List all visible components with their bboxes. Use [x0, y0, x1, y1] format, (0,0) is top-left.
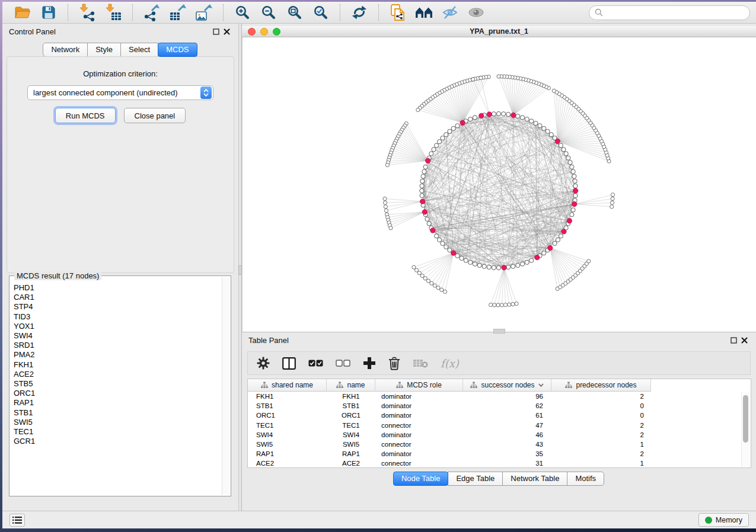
graph-node[interactable]	[573, 184, 578, 188]
graph-leaf-node[interactable]	[611, 193, 614, 197]
graph-node[interactable]	[492, 265, 496, 270]
table-row[interactable]: FKH1FKH1dominator962	[248, 392, 751, 401]
search-input[interactable]	[607, 8, 744, 17]
network-window-titlebar[interactable]: YPA_prune.txt_1	[242, 26, 756, 37]
graph-leaf-node[interactable]	[515, 302, 518, 306]
mcds-result-item[interactable]: PHD1	[14, 283, 221, 293]
graph-leaf-node[interactable]	[426, 279, 430, 283]
graph-node[interactable]	[455, 124, 460, 128]
float-panel-icon[interactable]	[210, 27, 221, 36]
graph-hub-node[interactable]	[555, 139, 560, 143]
graph-node[interactable]	[437, 238, 441, 242]
graph-hub-node[interactable]	[451, 251, 456, 255]
graph-node[interactable]	[420, 188, 424, 193]
graph-leaf-node[interactable]	[384, 209, 388, 212]
mcds-result-item[interactable]: SWI5	[14, 418, 221, 427]
graph-leaf-node[interactable]	[511, 302, 515, 306]
graph-hub-node[interactable]	[511, 113, 516, 117]
show-columns-icon[interactable]	[282, 357, 296, 370]
close-panel-button[interactable]: Close panel	[124, 108, 186, 123]
tab-mcds[interactable]: MCDS	[158, 43, 197, 57]
graph-node[interactable]	[525, 117, 529, 121]
table-scrollbar[interactable]	[741, 392, 750, 467]
mcds-result-item[interactable]: ACE2	[14, 370, 221, 379]
tab-motifs[interactable]: Motifs	[567, 472, 604, 486]
graph-node[interactable]	[516, 114, 520, 118]
mcds-result-item[interactable]: ORC1	[14, 389, 221, 398]
export-table-icon[interactable]	[168, 3, 188, 22]
graph-leaf-node[interactable]	[384, 205, 387, 209]
graph-leaf-node[interactable]	[610, 205, 614, 209]
table-row[interactable]: ORC1ORC1dominator610	[248, 411, 751, 420]
graph-node[interactable]	[534, 121, 538, 125]
graph-leaf-node[interactable]	[414, 268, 418, 272]
graph-node[interactable]	[573, 179, 577, 183]
mcds-result-item[interactable]: STB5	[14, 379, 221, 389]
graph-leaf-node[interactable]	[412, 265, 416, 269]
graph-node[interactable]	[529, 119, 534, 123]
graph-leaf-node[interactable]	[423, 277, 427, 280]
import-network-icon[interactable]	[77, 3, 97, 22]
graph-leaf-node[interactable]	[440, 288, 444, 291]
graph-node[interactable]	[542, 251, 546, 255]
run-mcds-button[interactable]: Run MCDS	[55, 108, 116, 123]
graph-node[interactable]	[427, 222, 431, 226]
graph-node[interactable]	[460, 256, 464, 260]
graph-hub-node[interactable]	[420, 199, 425, 204]
close-panel-icon[interactable]	[221, 27, 232, 36]
minimize-traffic-light[interactable]	[260, 28, 268, 36]
maximize-traffic-light[interactable]	[273, 28, 280, 36]
mcds-result-scrollbar[interactable]	[222, 277, 229, 495]
first-neighbors-icon[interactable]	[414, 3, 434, 22]
graph-node[interactable]	[570, 165, 574, 169]
graph-leaf-node[interactable]	[385, 163, 389, 166]
settings-icon[interactable]	[257, 357, 270, 370]
graph-node[interactable]	[441, 241, 445, 245]
float-panel-icon[interactable]	[728, 335, 739, 345]
graph-node[interactable]	[422, 169, 426, 174]
graph-node[interactable]	[441, 136, 445, 140]
graph-node[interactable]	[468, 117, 473, 121]
mcds-result-item[interactable]: STB1	[14, 408, 221, 418]
table-row[interactable]: SWI5SWI5connector431	[248, 440, 751, 449]
graph-node[interactable]	[434, 143, 438, 148]
tab-select[interactable]: Select	[120, 43, 158, 57]
graph-node[interactable]	[525, 260, 529, 264]
zoom-fit-icon[interactable]	[285, 3, 305, 22]
graph-node[interactable]	[571, 169, 575, 174]
mcds-result-item[interactable]: SRD1	[14, 341, 221, 350]
graph-leaf-node[interactable]	[444, 290, 447, 293]
graph-leaf-node[interactable]	[503, 303, 507, 307]
column-header-name[interactable]: name	[327, 379, 375, 392]
graph-node[interactable]	[448, 129, 452, 133]
graph-node[interactable]	[432, 148, 436, 152]
table-row[interactable]: STB1STB1dominator620	[248, 401, 751, 411]
graph-node[interactable]	[570, 213, 574, 217]
graph-leaf-node[interactable]	[433, 284, 436, 287]
graph-leaf-node[interactable]	[496, 303, 500, 307]
tab-network[interactable]: Network	[43, 43, 88, 57]
graph-hub-node[interactable]	[573, 188, 578, 193]
graph-node[interactable]	[571, 208, 575, 212]
graph-node[interactable]	[420, 179, 425, 183]
graph-leaf-node[interactable]	[497, 75, 500, 78]
mcds-result-item[interactable]: TEC1	[14, 427, 221, 437]
tab-node-table[interactable]: Node Table	[393, 472, 449, 486]
graph-node[interactable]	[473, 262, 477, 266]
graph-leaf-node[interactable]	[417, 271, 421, 275]
graph-node[interactable]	[506, 112, 511, 116]
graph-leaf-node[interactable]	[416, 108, 420, 111]
graph-node[interactable]	[492, 112, 496, 116]
graph-node[interactable]	[566, 156, 570, 160]
graph-hub-node[interactable]	[562, 229, 566, 234]
graph-leaf-node[interactable]	[436, 286, 440, 290]
graph-node[interactable]	[549, 133, 553, 137]
column-header-successor-nodes[interactable]: successor nodes	[463, 379, 551, 392]
graph-node[interactable]	[496, 111, 500, 116]
search-box[interactable]	[589, 5, 750, 20]
graph-node[interactable]	[572, 174, 576, 178]
hide-selected-icon[interactable]	[440, 3, 460, 22]
graph-node[interactable]	[434, 234, 438, 238]
close-traffic-light[interactable]	[248, 28, 256, 36]
graph-leaf-node[interactable]	[610, 201, 614, 204]
